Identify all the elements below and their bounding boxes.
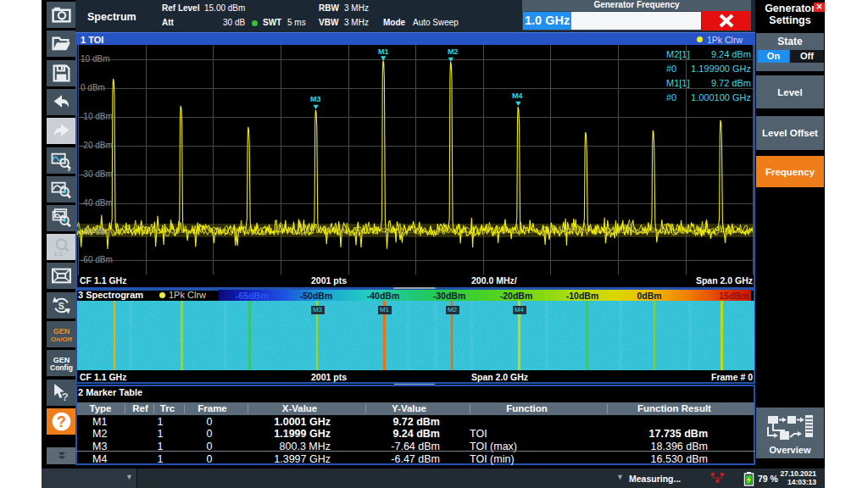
svg-text:1:1: 1:1 bbox=[53, 250, 64, 258]
svg-text:S: S bbox=[58, 302, 64, 311]
svg-text:?: ? bbox=[62, 391, 69, 403]
svg-text:?: ? bbox=[57, 413, 66, 430]
